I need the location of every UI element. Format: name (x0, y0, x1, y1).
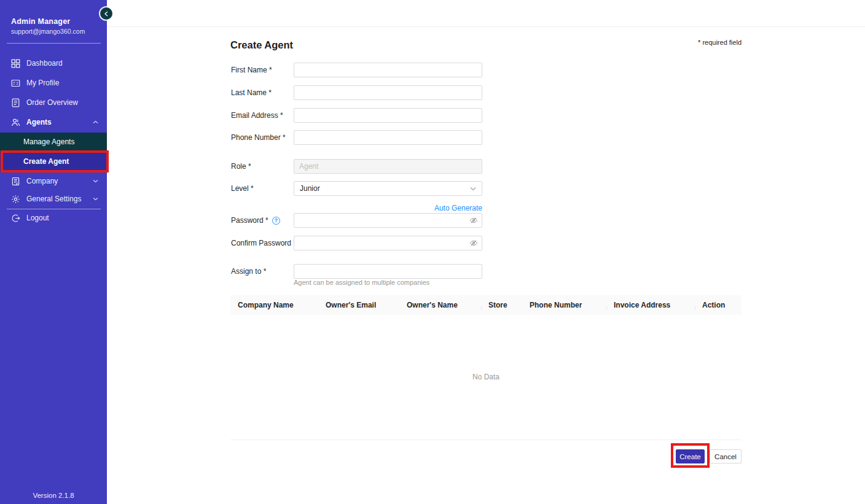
assign-to-input[interactable] (294, 264, 482, 279)
password-field-wrap (294, 213, 482, 228)
sidebar-divider (7, 43, 101, 44)
company-building-icon (11, 177, 20, 186)
eye-invisible-icon[interactable] (469, 239, 478, 247)
sidebar-item-logout[interactable]: Logout (0, 209, 107, 227)
page-title: Create Agent (230, 39, 293, 51)
companies-table-header: Company Name Owner's Email Owner's Name … (230, 295, 742, 315)
sidebar-item-label: Order Overview (26, 98, 78, 107)
help-circle-icon[interactable]: ? (272, 217, 280, 225)
agents-people-icon (11, 118, 20, 127)
document-list-icon (11, 98, 20, 107)
sidebar-collapse-button[interactable] (100, 7, 112, 20)
role-input (294, 159, 482, 174)
sidebar-item-label: General Settings (26, 195, 81, 203)
eye-invisible-icon[interactable] (469, 216, 478, 225)
first-name-label: First Name * (231, 66, 272, 74)
sidebar-item-my-profile[interactable]: My Profile (0, 74, 107, 92)
last-name-input[interactable] (294, 85, 482, 100)
table-empty-state: No Data (230, 373, 742, 381)
user-email: support@jmango360.com (11, 28, 85, 35)
sidebar-item-label: Agents (26, 118, 52, 126)
sidebar-item-general-settings[interactable]: General Settings (0, 190, 107, 208)
email-address-input[interactable] (294, 108, 482, 123)
sidebar-item-label: Create Agent (23, 157, 69, 166)
id-card-icon (11, 79, 20, 88)
chevron-down-icon (470, 187, 476, 191)
dashboard-grid-icon (11, 59, 20, 68)
sidebar-item-company[interactable]: Company (0, 172, 107, 190)
required-field-note: * required field (619, 39, 742, 46)
level-select-value: Junior (300, 184, 320, 193)
chevron-down-icon (93, 197, 98, 201)
sidebar-item-create-agent[interactable]: Create Agent (0, 151, 107, 172)
sidebar-item-label: My Profile (26, 79, 59, 87)
password-label-row: Password * ? (231, 216, 280, 225)
role-label: Role * (231, 162, 251, 171)
assign-to-hint: Agent can be assigned to multiple compan… (294, 279, 429, 286)
column-header-phone-number: Phone Number (522, 301, 606, 309)
gear-icon (11, 195, 20, 204)
phone-number-label: Phone Number * (231, 133, 286, 142)
phone-number-input[interactable] (294, 130, 482, 145)
password-label: Password * (231, 216, 268, 225)
sidebar: Admin Manager support@jmango360.com Dash… (0, 0, 107, 504)
app-version: Version 2.1.8 (0, 492, 107, 499)
sidebar-item-order-overview[interactable]: Order Overview (0, 93, 107, 112)
user-name: Admin Manager (11, 17, 70, 26)
sidebar-item-manage-agents[interactable]: Manage Agents (0, 133, 107, 151)
sidebar-item-label: Logout (26, 214, 49, 222)
sidebar-item-label: Company (26, 177, 58, 185)
confirm-password-field-wrap (294, 236, 482, 250)
logout-icon (11, 214, 20, 223)
form-footer-divider (230, 440, 742, 440)
level-label: Level * (231, 184, 254, 193)
sidebar-item-dashboard[interactable]: Dashboard (0, 54, 107, 72)
sidebar-item-label: Manage Agents (23, 138, 74, 146)
header-divider (107, 26, 865, 27)
password-input[interactable] (294, 213, 482, 228)
column-header-store: Store (481, 301, 522, 309)
confirm-password-input[interactable] (294, 236, 482, 250)
create-button[interactable]: Create (676, 449, 705, 463)
cancel-button[interactable]: Cancel (710, 449, 742, 463)
level-select[interactable]: Junior (294, 181, 482, 196)
chevron-down-icon (93, 179, 98, 183)
email-address-label: Email Address * (231, 111, 283, 120)
assign-to-label: Assign to * (231, 267, 266, 276)
sidebar-item-agents[interactable]: Agents (0, 113, 107, 131)
auto-generate-link[interactable]: Auto Generate (294, 204, 482, 212)
sidebar-item-label: Dashboard (26, 59, 63, 68)
column-header-invoice-address: Invoice Address (606, 301, 695, 309)
column-header-action: Action (695, 301, 742, 309)
column-header-owners-name: Owner's Name (399, 301, 481, 309)
confirm-password-label: Confirm Password * (231, 239, 296, 247)
first-name-input[interactable] (294, 63, 482, 77)
column-header-owners-email: Owner's Email (318, 301, 399, 309)
column-header-company-name: Company Name (230, 301, 318, 309)
chevron-up-icon (93, 120, 98, 124)
last-name-label: Last Name * (231, 88, 272, 97)
